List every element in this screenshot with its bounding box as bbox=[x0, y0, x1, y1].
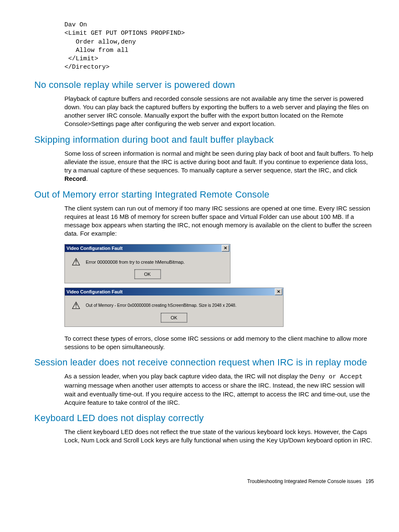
dialog-content-row: ⚠ Error 00000008 from try to create hMen… bbox=[66, 254, 228, 270]
heading-skipping-information: Skipping information during boot and fau… bbox=[34, 134, 374, 145]
code-block: Dav On <Limit GET PUT OPTIONS PROPFIND> … bbox=[64, 21, 374, 72]
heading-session-leader: Session leader does not receive connecti… bbox=[34, 357, 374, 368]
paragraph: To correct these types of errors, close … bbox=[64, 334, 374, 352]
paragraph: Some loss of screen information is norma… bbox=[64, 149, 374, 183]
dialog-body: ⚠ Error 00000008 from try to create hMen… bbox=[65, 252, 230, 283]
dialog-titlebar: Video Configuration Fault ✕ bbox=[65, 288, 283, 296]
close-icon[interactable]: ✕ bbox=[275, 288, 282, 295]
text: warning message when another user attemp… bbox=[64, 382, 370, 406]
dialog-title: Video Configuration Fault bbox=[66, 246, 123, 251]
paragraph: The client system can run out of memory … bbox=[64, 204, 374, 238]
warning-icon: ⚠ bbox=[72, 257, 81, 267]
text: As a session leader, when you play back … bbox=[64, 373, 310, 380]
footer-text: Troubleshooting Integrated Remote Consol… bbox=[247, 478, 361, 484]
paragraph: Playback of capture buffers and recorded… bbox=[64, 95, 374, 129]
error-dialog-1: Video Configuration Fault ✕ ⚠ Error 0000… bbox=[64, 244, 230, 283]
ok-button[interactable]: OK bbox=[161, 313, 187, 322]
page-number: 195 bbox=[366, 478, 374, 484]
heading-keyboard-led: Keyboard LED does not display correctly bbox=[34, 413, 374, 424]
heading-no-console-replay: No console replay while server is powere… bbox=[34, 80, 374, 90]
text: Some loss of screen information is norma… bbox=[64, 150, 373, 174]
dialog-message: Out of Memory - Error 0x00000008 creatin… bbox=[86, 303, 236, 308]
heading-out-of-memory: Out of Memory error starting Integrated … bbox=[34, 189, 374, 200]
paragraph: As a session leader, when you play back … bbox=[64, 372, 374, 407]
text: . bbox=[86, 175, 88, 182]
dialog-content-row: ⚠ Out of Memory - Error 0x00000008 creat… bbox=[66, 298, 281, 313]
paragraph: The client keyboard LED does not reflect… bbox=[64, 428, 374, 445]
dialog-message: Error 00000008 from try to create hMenuB… bbox=[86, 260, 185, 265]
document-page: Dav On <Limit GET PUT OPTIONS PROPFIND> … bbox=[0, 0, 399, 497]
close-icon[interactable]: ✕ bbox=[222, 245, 229, 252]
dialog-title: Video Configuration Fault bbox=[66, 289, 123, 294]
mono-deny-accept: Deny or Accept bbox=[310, 373, 363, 380]
dialog-titlebar: Video Configuration Fault ✕ bbox=[65, 244, 230, 252]
page-footer: Troubleshooting Integrated Remote Consol… bbox=[34, 478, 374, 484]
warning-icon: ⚠ bbox=[72, 301, 81, 311]
dialog-body: ⚠ Out of Memory - Error 0x00000008 creat… bbox=[65, 296, 283, 326]
ok-button[interactable]: OK bbox=[135, 270, 161, 279]
bold-record: Record bbox=[64, 175, 86, 182]
error-dialog-2: Video Configuration Fault ✕ ⚠ Out of Mem… bbox=[64, 288, 284, 327]
